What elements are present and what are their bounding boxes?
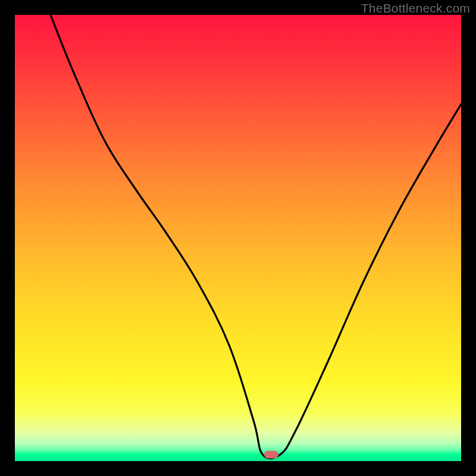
chart-container: TheBottleneck.com bbox=[0, 0, 476, 476]
optimal-point-marker bbox=[264, 450, 278, 458]
watermark-text: TheBottleneck.com bbox=[361, 1, 470, 15]
plot-frame bbox=[15, 15, 461, 461]
bottleneck-curve bbox=[15, 15, 461, 461]
